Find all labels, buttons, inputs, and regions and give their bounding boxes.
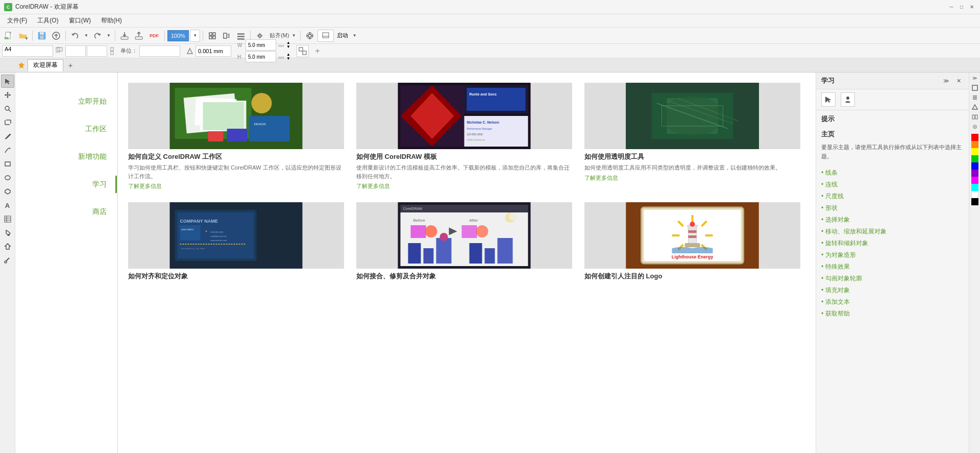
fr-btn-3[interactable] [970, 93, 979, 102]
rp-link-rotate[interactable]: 旋转和倾斜对象 [821, 237, 964, 249]
color-purple[interactable] [971, 170, 978, 177]
export-button[interactable] [132, 30, 145, 42]
rp-close-button[interactable]: ✕ [953, 76, 964, 86]
card-workspace[interactable]: DESIGN 如何自定义 CorelDRAW 工作区 学习如何使用工具栏、按钮和… [128, 83, 344, 190]
page-height-input[interactable] [87, 45, 107, 57]
fr-btn-6[interactable]: ⊕ [970, 122, 979, 131]
startup-dropdown[interactable]: ▼ [351, 30, 358, 42]
zoom-dropdown[interactable]: ▼ [190, 30, 200, 42]
nav-workspace[interactable]: 工作区 [15, 121, 117, 138]
menu-window[interactable]: 窗口(W) [64, 15, 96, 26]
view-button2[interactable] [220, 30, 233, 42]
height-input[interactable]: 5.0 mm [246, 51, 276, 62]
card-link-0[interactable]: 了解更多信息 [128, 182, 344, 190]
rp-link-connectors[interactable]: 连线 [821, 179, 964, 190]
rp-link-text[interactable]: 添加文本 [821, 296, 964, 308]
rp-link-outline[interactable]: 勾画对象轮廓 [821, 273, 964, 284]
color-black[interactable] [971, 198, 978, 205]
transform-button[interactable] [297, 45, 309, 57]
redo-dropdown[interactable]: ▼ [105, 30, 112, 42]
rp-cursor-button[interactable] [821, 92, 836, 107]
rp-link-transform[interactable]: 移动、缩放和延展对象 [821, 226, 964, 237]
width-input[interactable]: 5.0 mm [246, 39, 276, 51]
color-blue[interactable] [971, 162, 978, 170]
fr-btn-1[interactable]: ≫ [970, 74, 979, 83]
text-tool[interactable]: A [1, 199, 14, 212]
workspace-toggle[interactable] [317, 30, 334, 42]
card-shaping[interactable]: CorelDRAW Before After [356, 202, 572, 283]
fill-tool[interactable] [1, 226, 14, 240]
select-tool[interactable] [1, 75, 14, 88]
tab-welcome[interactable]: 欢迎屏幕 [28, 59, 63, 71]
open-button[interactable]: ▼ [16, 30, 30, 42]
tab-add-button[interactable]: + [65, 60, 76, 70]
close-button[interactable]: ✕ [968, 3, 976, 11]
undo-dropdown[interactable]: ▼ [83, 30, 90, 42]
width-down[interactable]: ▼ [286, 45, 290, 49]
outline-tool[interactable] [1, 240, 14, 253]
nav-new-features[interactable]: 新增功能 [15, 148, 117, 165]
move-tool[interactable] [1, 88, 14, 102]
nav-start[interactable]: 立即开始 [15, 93, 117, 110]
table-tool[interactable] [1, 212, 14, 226]
color-white[interactable] [971, 191, 978, 198]
card-align[interactable]: COMPANY NAME JOHN SMITH ● 123-555-5555 e… [128, 202, 344, 283]
new-button[interactable]: NEW [2, 30, 15, 42]
rect-tool[interactable] [1, 157, 14, 171]
import-button[interactable] [118, 30, 131, 42]
card-link-1[interactable]: 了解更多信息 [356, 182, 572, 190]
nav-learn[interactable]: 学习 [15, 176, 117, 193]
paste-dropdown[interactable]: ▼ [290, 30, 298, 42]
redo-button[interactable] [91, 30, 104, 42]
rp-link-lines[interactable]: 线条 [821, 167, 964, 179]
color-red[interactable] [971, 134, 978, 141]
color-orange[interactable] [971, 141, 978, 148]
color-green[interactable] [971, 155, 978, 162]
fr-btn-2[interactable] [970, 83, 979, 92]
rp-link-effects[interactable]: 特殊效果 [821, 261, 964, 273]
rp-person-button[interactable] [841, 92, 855, 107]
nav-store[interactable]: 商店 [15, 203, 117, 221]
polygon-tool[interactable] [1, 185, 14, 198]
save-button[interactable] [35, 30, 48, 42]
menu-file[interactable]: 文件(F) [2, 15, 32, 26]
ellipse-tool[interactable] [1, 171, 14, 184]
color-yellow[interactable] [971, 148, 978, 155]
pdf-button[interactable]: PDF [146, 30, 162, 42]
rp-expand-button[interactable]: ≫ [941, 76, 951, 86]
card-link-2[interactable]: 了解更多信息 [584, 174, 800, 182]
card-template[interactable]: Runte and Sons Nicholas C. Nelson Perfor… [356, 83, 572, 190]
zoom-tool[interactable] [1, 102, 14, 115]
eyedropper-tool[interactable] [1, 254, 14, 267]
add-page-button[interactable]: + [311, 45, 324, 57]
rp-link-fill[interactable]: 填充对象 [821, 284, 964, 296]
card-logo[interactable]: Lighthouse Energy 如何创建引人注目的 Logo [584, 202, 800, 283]
menu-tools[interactable]: 工具(O) [32, 15, 63, 26]
freehand-tool[interactable] [1, 144, 14, 157]
height-down[interactable]: ▼ [286, 57, 290, 61]
crop-tool[interactable] [1, 116, 14, 129]
card-transparency[interactable]: 如何使用透明度工具 如何使用透明度工具应用不同类型的透明度，并调整设置，以创建独… [584, 83, 800, 190]
rp-link-shaping[interactable]: 为对象造形 [821, 249, 964, 261]
color-magenta[interactable] [971, 177, 978, 184]
svg-marker-47 [7, 97, 9, 98]
minimize-button[interactable]: ─ [947, 3, 955, 11]
nudge-input[interactable]: 0.001 mm [195, 45, 231, 57]
view-button1[interactable] [206, 30, 219, 42]
rp-link-help[interactable]: 获取帮助 [821, 308, 964, 320]
publish-button[interactable] [50, 30, 63, 42]
pen-tool[interactable] [1, 130, 14, 143]
color-cyan[interactable] [971, 184, 978, 191]
maximize-button[interactable]: □ [958, 3, 966, 11]
rp-link-shapes[interactable]: 形状 [821, 202, 964, 214]
paper-size-select[interactable]: A4 [2, 45, 53, 57]
settings-button[interactable] [303, 30, 316, 42]
fr-btn-5[interactable] [970, 112, 979, 122]
rp-link-select[interactable]: 选择对象 [821, 214, 964, 226]
menu-help[interactable]: 帮助(H) [96, 15, 127, 26]
fr-btn-4[interactable] [970, 103, 979, 112]
unit-select[interactable] [139, 45, 180, 57]
page-width-input[interactable] [65, 45, 86, 57]
undo-button[interactable] [68, 30, 82, 42]
rp-link-dimension[interactable]: 尺度线 [821, 190, 964, 202]
